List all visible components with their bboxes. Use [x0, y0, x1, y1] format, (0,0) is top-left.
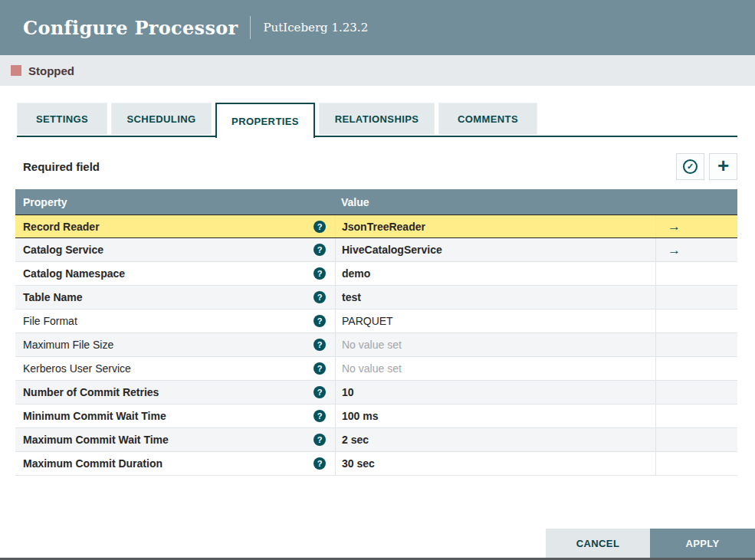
- property-name: Kerberos User Service: [23, 362, 131, 375]
- processor-type-version: PutIceberg 1.23.2: [263, 21, 368, 34]
- dialog-header: Configure Processor PutIceberg 1.23.2: [0, 0, 755, 55]
- property-row[interactable]: Kerberos User Service?No value set: [15, 357, 737, 381]
- go-to-service-icon[interactable]: →: [668, 244, 681, 257]
- property-value[interactable]: 2 sec: [342, 434, 369, 446]
- property-name: Number of Commit Retries: [23, 386, 159, 398]
- help-icon[interactable]: ?: [313, 291, 326, 303]
- property-value[interactable]: No value set: [342, 362, 402, 375]
- property-name: Record Reader: [23, 221, 100, 233]
- property-row[interactable]: Maximum Commit Wait Time?2 sec: [15, 428, 737, 452]
- tab-settings[interactable]: SETTINGS: [17, 103, 107, 135]
- property-value[interactable]: 100 ms: [342, 410, 378, 422]
- column-header-value[interactable]: Value: [335, 196, 655, 208]
- dialog-content: SETTINGS SCHEDULING PROPERTIES RELATIONS…: [0, 86, 755, 476]
- help-icon[interactable]: ?: [313, 410, 326, 422]
- tab-bar: SETTINGS SCHEDULING PROPERTIES RELATIONS…: [15, 103, 737, 138]
- tab-comments[interactable]: COMMENTS: [438, 103, 537, 135]
- property-value[interactable]: 30 sec: [342, 457, 375, 470]
- check-glyph: ✓: [687, 162, 694, 171]
- tab-scheduling[interactable]: SCHEDULING: [111, 103, 212, 135]
- properties-toolbar: Required field ✓ +: [15, 153, 737, 180]
- go-to-service-icon[interactable]: →: [668, 220, 681, 233]
- property-name: Catalog Namespace: [23, 267, 125, 280]
- property-name: Table Name: [23, 291, 83, 303]
- property-row[interactable]: File Format?PARQUET: [15, 309, 737, 333]
- toolbar-buttons: ✓ +: [671, 153, 737, 180]
- help-icon[interactable]: ?: [313, 244, 326, 256]
- verify-properties-button[interactable]: ✓: [676, 153, 704, 180]
- add-property-button[interactable]: +: [709, 153, 737, 180]
- apply-button[interactable]: APPLY: [650, 529, 755, 558]
- property-row[interactable]: Record Reader?JsonTreeReader→: [15, 215, 737, 238]
- required-field-hint: Required field: [23, 160, 100, 173]
- check-circle-icon: ✓: [683, 159, 698, 174]
- property-value[interactable]: 10: [342, 386, 354, 398]
- property-name: Catalog Service: [23, 244, 103, 256]
- help-icon[interactable]: ?: [313, 362, 326, 375]
- property-value[interactable]: HiveCatalogService: [342, 244, 442, 256]
- configure-processor-dialog: Configure Processor PutIceberg 1.23.2 St…: [0, 0, 755, 476]
- help-icon[interactable]: ?: [313, 221, 326, 233]
- cancel-button[interactable]: CANCEL: [546, 529, 650, 558]
- property-value[interactable]: No value set: [342, 339, 402, 351]
- property-value[interactable]: test: [342, 291, 361, 303]
- property-row[interactable]: Maximum File Size?No value set: [15, 333, 737, 357]
- column-header-property[interactable]: Property: [15, 196, 335, 208]
- property-name: Maximum File Size: [23, 339, 113, 351]
- property-row[interactable]: Table Name?test: [15, 286, 737, 309]
- help-icon[interactable]: ?: [313, 434, 326, 446]
- tab-properties[interactable]: PROPERTIES: [215, 103, 315, 138]
- properties-table: Property Value Record Reader?JsonTreeRea…: [15, 189, 737, 476]
- help-icon[interactable]: ?: [313, 457, 326, 470]
- title-separator: [250, 16, 251, 39]
- help-icon[interactable]: ?: [313, 386, 326, 398]
- dialog-title: Configure Processor: [23, 17, 238, 39]
- plus-icon: +: [717, 156, 729, 175]
- property-row[interactable]: Number of Commit Retries?10: [15, 381, 737, 404]
- property-name: Maximum Commit Duration: [23, 457, 162, 470]
- property-row[interactable]: Catalog Service?HiveCatalogService→: [15, 238, 737, 262]
- status-label: Stopped: [28, 64, 74, 77]
- help-icon[interactable]: ?: [313, 315, 326, 327]
- property-row[interactable]: Catalog Namespace?demo: [15, 262, 737, 286]
- property-row[interactable]: Maximum Commit Duration?30 sec: [15, 452, 737, 476]
- table-header: Property Value: [15, 189, 737, 215]
- property-value[interactable]: PARQUET: [342, 315, 393, 327]
- stopped-status-icon: [11, 65, 21, 76]
- tab-relationships[interactable]: RELATIONSHIPS: [319, 103, 435, 135]
- dialog-footer: CANCEL APPLY: [546, 529, 755, 558]
- property-value[interactable]: demo: [342, 267, 370, 280]
- table-body: Record Reader?JsonTreeReader→Catalog Ser…: [15, 215, 737, 476]
- property-value[interactable]: JsonTreeReader: [342, 221, 425, 233]
- property-name: File Format: [23, 315, 77, 327]
- property-row[interactable]: Minimum Commit Wait Time?100 ms: [15, 404, 737, 428]
- property-name: Maximum Commit Wait Time: [23, 434, 169, 446]
- help-icon[interactable]: ?: [313, 267, 326, 280]
- status-bar: Stopped: [0, 55, 755, 86]
- property-name: Minimum Commit Wait Time: [23, 410, 166, 422]
- help-icon[interactable]: ?: [313, 339, 326, 351]
